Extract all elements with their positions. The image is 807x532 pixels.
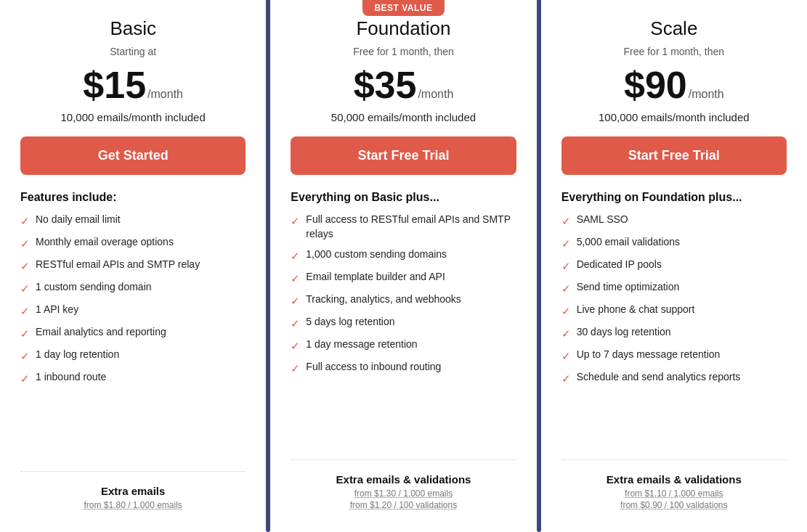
feature-text: 1 day log retention [36,348,119,362]
price-amount: $15 [83,63,146,107]
feature-text: 1 custom sending domain [36,280,152,295]
feature-item: ✓ Dedicated IP pools [561,258,787,274]
plan-name: Foundation [291,17,516,40]
feature-text: Full access to inbound routing [306,360,441,375]
plan-subtitle: Starting at [20,46,246,57]
checkmark-icon: ✓ [20,303,30,319]
feature-list: ✓ SAML SSO ✓ 5,000 email validations ✓ D… [561,213,787,459]
feature-text: No daily email limit [36,213,121,227]
checkmark-icon: ✓ [20,213,30,229]
feature-item: ✓ 5,000 email validations [561,235,787,251]
feature-text: SAML SSO [577,213,628,227]
feature-item: ✓ 5 days log retention [291,315,516,331]
feature-item: ✓ SAML SSO [561,213,787,229]
plan-scale: ScaleFree for 1 month, then $90 /month 1… [541,0,807,532]
plan-subtitle: Free for 1 month, then [291,46,516,57]
extras-section: Extra emails & validationsfrom $1.10 / 1… [561,459,787,512]
feature-text: Dedicated IP pools [577,258,662,272]
price-period: /month [147,88,183,101]
plan-cta-button[interactable]: Start Free Trial [561,136,787,175]
feature-item: ✓ Email analytics and reporting [20,325,246,341]
price-amount: $35 [354,63,417,107]
checkmark-icon: ✓ [20,258,30,274]
price-amount: $90 [624,63,687,107]
feature-list: ✓ No daily email limit ✓ Monthly email o… [20,213,246,471]
feature-item: ✓ Full access to RESTful email APIs and … [291,213,516,241]
features-heading: Everything on Foundation plus... [561,191,787,204]
plan-price: $35 /month [291,63,516,107]
plan-subtitle: Free for 1 month, then [561,46,787,57]
feature-item: ✓ Send time optimization [561,280,787,296]
checkmark-icon: ✓ [20,236,30,251]
plan-foundation: BEST VALUEFoundationFree for 1 month, th… [270,0,536,532]
plan-name: Scale [561,17,787,40]
checkmark-icon: ✓ [291,248,300,263]
feature-text: Tracking, analytics, and webhooks [306,292,461,307]
plan-price: $15 /month [20,63,246,107]
checkmark-icon: ✓ [561,213,571,229]
checkmark-icon: ✓ [291,361,300,376]
checkmark-icon: ✓ [561,281,571,296]
feature-text: Live phone & chat support [577,303,695,317]
feature-text: 30 days log retention [577,325,671,340]
checkmark-icon: ✓ [561,258,571,274]
feature-item: ✓ 1 day log retention [20,348,246,364]
feature-text: RESTful email APIs and SMTP relay [36,258,200,272]
feature-item: ✓ 1 custom sending domain [20,280,246,296]
extras-line: from $1.80 / 1,000 emails [20,500,246,510]
feature-item: ✓ No daily email limit [20,213,246,229]
feature-text: 1,000 custom sending domains [306,247,447,262]
feature-item: ✓ RESTful email APIs and SMTP relay [20,258,246,274]
plan-cta-button[interactable]: Get Started [20,136,246,175]
feature-item: ✓ Full access to inbound routing [291,360,516,376]
extras-title: Extra emails & validations [561,473,787,486]
feature-text: Schedule and send analytics reports [577,370,741,385]
feature-item: ✓ Tracking, analytics, and webhooks [291,292,516,308]
checkmark-icon: ✓ [561,348,571,364]
feature-item: ✓ 1 inbound route [20,370,246,386]
feature-text: Email template builder and API [306,270,445,285]
price-period: /month [689,88,724,101]
plan-badge: BEST VALUE [362,0,444,16]
extras-title: Extra emails [20,485,246,497]
extras-title: Extra emails & validations [291,473,516,486]
checkmark-icon: ✓ [561,326,571,341]
checkmark-icon: ✓ [291,316,300,331]
extras-section: Extra emails & validationsfrom $1.30 / 1… [291,459,516,512]
checkmark-icon: ✓ [20,281,30,296]
pricing-container: BasicStarting at $15 /month 10,000 email… [0,0,807,532]
feature-text: 1 API key [36,303,78,317]
feature-item: ✓ Email template builder and API [291,270,516,286]
extras-line: from $1.10 / 1,000 emails [561,488,787,499]
plan-name: Basic [20,17,246,40]
feature-text: 5 days log retention [306,315,394,330]
feature-text: Email analytics and reporting [36,325,166,340]
feature-text: Monthly email overage options [36,235,174,250]
feature-item: ✓ Up to 7 days message retention [561,348,787,364]
feature-item: ✓ 30 days log retention [561,325,787,341]
feature-text: Full access to RESTful email APIs and SM… [306,213,516,241]
features-heading: Features include: [20,191,246,204]
checkmark-icon: ✓ [561,236,571,251]
checkmark-icon: ✓ [291,213,300,229]
plan-emails-included: 10,000 emails/month included [20,111,246,123]
checkmark-icon: ✓ [20,348,30,364]
feature-item: ✓ 1,000 custom sending domains [291,247,516,263]
plan-cta-button[interactable]: Start Free Trial [291,136,516,175]
plan-emails-included: 50,000 emails/month included [291,111,516,123]
feature-item: ✓ Monthly email overage options [20,235,246,251]
checkmark-icon: ✓ [291,338,300,353]
checkmark-icon: ✓ [561,371,571,386]
features-heading: Everything on Basic plus... [291,191,516,204]
checkmark-icon: ✓ [20,326,30,341]
extras-section: Extra emailsfrom $1.80 / 1,000 emails [20,471,246,512]
feature-text: 5,000 email validations [577,235,680,250]
checkmark-icon: ✓ [291,271,300,286]
checkmark-icon: ✓ [291,293,300,308]
feature-text: 1 inbound route [36,370,106,385]
feature-text: Send time optimization [577,280,680,295]
checkmark-icon: ✓ [561,303,571,319]
feature-list: ✓ Full access to RESTful email APIs and … [291,213,516,459]
extras-line: from $0.90 / 100 validations [561,500,787,510]
plan-basic: BasicStarting at $15 /month 10,000 email… [0,0,266,532]
